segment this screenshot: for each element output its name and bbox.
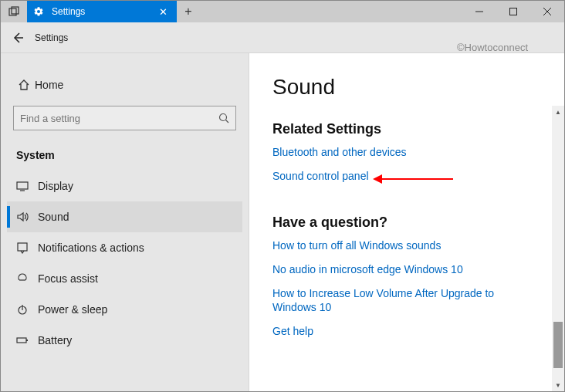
link-turn-off-sounds[interactable]: How to turn off all Windows sounds — [272, 238, 527, 253]
display-icon — [16, 180, 38, 192]
content: Home System Display Sound Notification — [1, 53, 564, 391]
header-title: Settings — [35, 32, 68, 43]
scroll-up-button[interactable]: ▲ — [552, 106, 564, 118]
search-box[interactable] — [13, 106, 236, 130]
titlebar-spacer — [200, 1, 462, 22]
close-window-button[interactable] — [530, 1, 564, 22]
scroll-down-button[interactable]: ▼ — [552, 379, 564, 391]
new-tab-button[interactable]: + — [177, 1, 200, 22]
svg-rect-0 — [9, 8, 16, 15]
sidebar-item-display[interactable]: Display — [7, 171, 242, 201]
svg-rect-9 — [17, 182, 28, 189]
sidebar: Home System Display Sound Notification — [1, 53, 249, 391]
main-area: Sound Related Settings Bluetooth and oth… — [249, 53, 564, 391]
notifications-icon — [16, 242, 38, 254]
tab-settings[interactable]: Settings ✕ — [27, 1, 177, 22]
sidebar-item-focus-assist[interactable]: Focus assist — [7, 263, 242, 294]
back-button[interactable] — [1, 32, 35, 44]
sidebar-item-sound[interactable]: Sound — [7, 201, 242, 232]
sidebar-item-notifications[interactable]: Notifications & actions — [7, 232, 242, 263]
sidebar-item-label: Focus assist — [38, 272, 98, 285]
sidebar-item-battery[interactable]: Battery — [7, 325, 242, 356]
sidebar-item-label: Display — [38, 180, 73, 192]
tab-label: Settings — [52, 6, 156, 17]
link-no-audio-edge[interactable]: No audio in microsoft edge Windows 10 — [272, 262, 527, 277]
link-get-help[interactable]: Get help — [272, 324, 527, 339]
svg-rect-16 — [26, 340, 28, 341]
window-controls — [462, 1, 564, 22]
sidebar-item-label: Notifications & actions — [38, 242, 144, 254]
sidebar-item-label: Sound — [38, 211, 69, 223]
svg-line-8 — [226, 120, 229, 123]
search-icon — [218, 113, 229, 123]
gear-icon — [33, 6, 44, 17]
power-icon — [16, 303, 38, 316]
maximize-button[interactable] — [496, 1, 530, 22]
watermark: ©Howtoconnect — [457, 42, 528, 53]
home-icon — [13, 79, 35, 91]
related-settings-heading: Related Settings — [272, 121, 564, 137]
svg-rect-11 — [18, 243, 27, 251]
sidebar-item-home[interactable]: Home — [7, 70, 242, 100]
page-title: Sound — [272, 75, 564, 100]
focus-assist-icon — [16, 272, 38, 285]
minimize-button[interactable] — [462, 1, 496, 22]
scroll-thumb[interactable] — [553, 322, 563, 368]
link-sound-control-panel[interactable]: Sound control panel — [272, 169, 527, 184]
sidebar-item-label: Power & sleep — [38, 303, 107, 316]
link-increase-low-volume[interactable]: How to Increase Low Volume After Upgrade… — [272, 286, 527, 316]
tab-stack-icon[interactable] — [1, 1, 27, 22]
close-tab-icon[interactable]: ✕ — [156, 6, 171, 18]
scrollbar[interactable]: ▲ ▼ — [552, 106, 564, 391]
svg-rect-3 — [510, 8, 517, 15]
sidebar-item-label: Home — [35, 79, 63, 91]
link-bluetooth-devices[interactable]: Bluetooth and other devices — [272, 145, 527, 160]
svg-point-7 — [220, 114, 227, 121]
svg-rect-1 — [12, 7, 19, 14]
titlebar: Settings ✕ + — [1, 1, 564, 22]
sidebar-item-label: Battery — [38, 334, 72, 346]
sidebar-item-power-sleep[interactable]: Power & sleep — [7, 294, 242, 325]
sound-icon — [16, 211, 38, 223]
sidebar-category: System — [7, 144, 242, 166]
svg-rect-15 — [17, 338, 26, 343]
search-input[interactable] — [20, 113, 218, 124]
have-a-question-heading: Have a question? — [272, 215, 564, 231]
battery-icon — [16, 334, 38, 346]
